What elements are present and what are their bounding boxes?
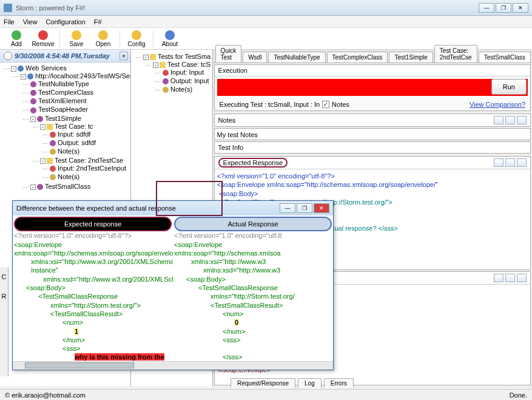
tree-expander[interactable]: -	[40, 124, 45, 130]
tool-button[interactable]	[494, 116, 503, 124]
tool-button[interactable]	[517, 116, 527, 124]
close-button[interactable]: ✕	[513, 3, 528, 13]
config-button[interactable]: Config	[124, 29, 149, 49]
tree-expander[interactable]: -	[30, 185, 36, 190]
method-icon	[30, 81, 36, 87]
maximize-button[interactable]: ❐	[496, 3, 511, 13]
notes-textarea[interactable]: My test Notes	[214, 128, 531, 140]
diff-expected-header: Expected response	[14, 217, 172, 231]
globe-icon	[18, 66, 24, 72]
output-icon	[163, 78, 169, 84]
tree-expander[interactable]: -	[40, 158, 45, 164]
folder-icon	[47, 158, 53, 164]
tab-log[interactable]: Log	[298, 378, 322, 388]
side-label-r: R	[2, 293, 7, 300]
folder-icon	[160, 62, 166, 68]
execution-progress	[217, 79, 528, 96]
tab-wsdl[interactable]: Wsdl	[243, 52, 267, 63]
tool-button[interactable]	[505, 274, 515, 282]
folder-icon	[47, 124, 53, 130]
tool-button[interactable]	[505, 116, 515, 124]
execution-header: Execution	[215, 65, 530, 76]
tab-complex[interactable]: TestComplexClass	[327, 52, 388, 63]
notes-icon	[50, 174, 56, 180]
side-label-c: C	[2, 273, 7, 280]
tab-simple[interactable]: Test1Simple	[389, 52, 433, 63]
diff-scrollbar[interactable]	[13, 361, 333, 370]
tool-button[interactable]	[494, 158, 503, 167]
tool-button[interactable]	[505, 158, 515, 167]
view-comparison-link[interactable]: View Comparison?	[470, 101, 525, 108]
notes-header: Notes	[218, 117, 236, 124]
diff-actual-column[interactable]: Actual Response <?xml version="1.0" enco…	[173, 215, 333, 361]
tree-expander[interactable]: -	[143, 55, 149, 60]
diff-expected-column[interactable]: Expected response <?xml version="1.0" en…	[13, 215, 173, 361]
expected-response-header: Expected Response	[218, 158, 288, 168]
tree-expander[interactable]: -	[21, 74, 26, 80]
input-icon	[163, 70, 169, 76]
input-icon	[50, 166, 56, 172]
add-button[interactable]: Add	[4, 29, 29, 49]
tab-errors[interactable]: Errors	[324, 378, 354, 388]
diff-window-title: Difference between the expected and actu…	[16, 205, 176, 212]
notes-label: Notes	[332, 101, 349, 108]
output-icon	[50, 140, 56, 146]
folder-icon	[150, 54, 156, 60]
method-icon	[30, 107, 36, 114]
save-button[interactable]: Save	[64, 29, 89, 49]
tree-expander[interactable]: -	[30, 117, 36, 122]
method-icon	[30, 90, 36, 96]
notes-checkbox[interactable]: ✓	[322, 101, 329, 108]
notes-icon	[163, 87, 169, 93]
status-done: Done.	[510, 392, 527, 399]
tab-2ndtest[interactable]: Test Case: 2ndTestCse	[434, 45, 477, 63]
diff-close-button[interactable]: ✕	[314, 203, 329, 213]
remove-button[interactable]: Remove	[30, 29, 56, 49]
tab-smallclass[interactable]: TestSmallClass	[479, 52, 531, 63]
panel-close-button[interactable]: ×	[120, 52, 128, 60]
open-button[interactable]: Open	[90, 29, 116, 49]
run-button[interactable]: Run	[491, 79, 527, 95]
minimize-button[interactable]: —	[479, 3, 494, 13]
method-icon	[37, 184, 43, 190]
tests-tree[interactable]: -Tests for TestSmallClass -Test Case: tc…	[132, 51, 211, 96]
about-button[interactable]: About	[157, 29, 183, 49]
diff-maximize-button[interactable]: ❐	[297, 203, 312, 213]
diff-minimize-button[interactable]: —	[280, 203, 295, 213]
execution-status: Executing Test : tcSmall, Input : In	[220, 101, 320, 108]
window-title: Storm : powered by F#!	[16, 4, 479, 12]
tool-button[interactable]	[517, 274, 527, 282]
tab-quick-test[interactable]: Quick Test	[215, 45, 242, 63]
menu-fsharp[interactable]: F#	[94, 18, 102, 25]
menu-view[interactable]: View	[23, 18, 38, 25]
tree-expander[interactable]: -	[11, 66, 16, 72]
diff-actual-header: Actual Response	[174, 217, 332, 231]
app-icon	[4, 4, 12, 12]
tool-button[interactable]	[517, 158, 527, 167]
input-icon	[50, 132, 56, 138]
menu-file[interactable]: File	[4, 18, 15, 25]
tab-request-response[interactable]: Request/Response	[231, 378, 295, 388]
status-email: © erik.araojo@hotmail.com	[5, 392, 86, 399]
tool-button[interactable]	[494, 274, 503, 282]
menu-configuration[interactable]: Configuration	[45, 18, 85, 25]
clock-icon	[4, 52, 12, 60]
tab-nullable[interactable]: TestNullableType	[268, 52, 325, 63]
tree-expander[interactable]: -	[153, 63, 158, 68]
timestamp-label: 9/30/2008 4:54:48 PM,Tuesday	[15, 52, 110, 59]
method-icon	[37, 116, 43, 122]
link-icon	[27, 73, 33, 80]
diff-window[interactable]: Difference between the expected and actu…	[12, 200, 334, 370]
testinfo-header: Test Info	[218, 144, 244, 151]
notes-icon	[50, 149, 56, 155]
method-icon	[30, 98, 36, 104]
